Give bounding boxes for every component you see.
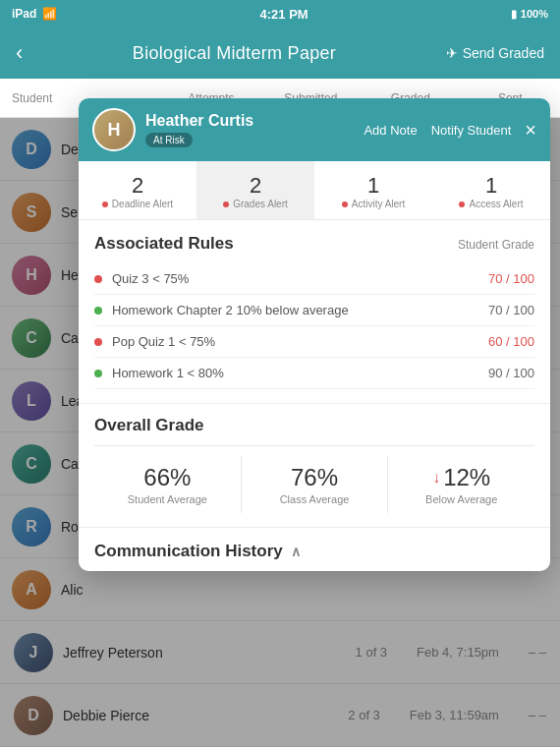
student-average-pct: 66% (94, 464, 241, 491)
grades-label: Grades Alert (202, 199, 308, 209)
rule-text: Homework Chapter 2 10% below average (112, 303, 488, 317)
activity-label: Activity Alert (320, 199, 426, 209)
modal-actions: Add Note Notify Student × (364, 120, 536, 140)
chevron-up-icon: ∧ (291, 544, 301, 559)
divider (94, 445, 534, 446)
dot-icon (223, 201, 229, 207)
class-average-label: Class Average (242, 493, 388, 505)
rule-row: Homework Chapter 2 10% below average 70 … (94, 295, 534, 326)
below-average-pct: ↓ 12% (388, 464, 534, 491)
associated-rules-section: Associated Rules Student Grade Quiz 3 < … (79, 220, 550, 403)
battery-icon: ▮ (511, 8, 517, 21)
close-button[interactable]: × (525, 120, 536, 140)
rule-text: Homework 1 < 80% (112, 366, 488, 380)
notify-student-button[interactable]: Notify Student (431, 123, 512, 138)
comm-history-title: Communication History ∧ (94, 542, 534, 561)
student-grade-label: Student Grade (458, 238, 534, 252)
top-nav: ‹ Biological Midterm Paper ✈ Send Graded (0, 28, 560, 79)
deadline-count: 2 (84, 173, 191, 199)
page-title: Biological Midterm Paper (133, 43, 336, 64)
rule-dot-icon (94, 275, 102, 283)
rule-dot-icon (94, 338, 102, 346)
modal-header: H Heather Curtis At Risk Add Note Notify… (79, 98, 550, 161)
dot-icon (102, 201, 108, 207)
carrier-label: iPad (12, 7, 36, 21)
status-right: ▮ 100% (511, 8, 548, 21)
rule-grade: 90 / 100 (488, 366, 534, 380)
status-left: iPad 📶 (12, 7, 57, 21)
grade-cards: 66% Student Average 76% Class Average ↓ … (94, 456, 534, 513)
rule-row: Quiz 3 < 75% 70 / 100 (94, 263, 534, 295)
wifi-icon: 📶 (42, 7, 57, 21)
student-average-card: 66% Student Average (94, 456, 241, 513)
activity-alert-tab[interactable]: 1 Activity Alert (314, 161, 432, 219)
send-graded-button[interactable]: ✈ Send Graded (446, 45, 544, 61)
activity-count: 1 (320, 173, 426, 199)
back-button[interactable]: ‹ (16, 40, 23, 66)
overall-grade-title: Overall Grade (94, 416, 534, 435)
dot-icon (342, 201, 348, 207)
status-time: 4:21 PM (260, 7, 308, 22)
rule-row: Homework 1 < 80% 90 / 100 (94, 358, 534, 389)
alert-tabs: 2 Deadline Alert 2 Grades Alert 1 Activi… (79, 161, 550, 220)
down-arrow-icon: ↓ (432, 469, 440, 487)
status-bar: iPad 📶 4:21 PM ▮ 100% (0, 0, 560, 28)
rule-text: Pop Quiz 1 < 75% (112, 334, 488, 349)
rule-dot-icon (94, 307, 102, 315)
modal-name-block: Heather Curtis At Risk (145, 112, 354, 147)
below-average-label: Below Average (388, 493, 534, 505)
rule-row: Pop Quiz 1 < 75% 60 / 100 (94, 326, 534, 358)
communication-history-section: Communication History ∧ (79, 527, 550, 571)
send-icon: ✈ (446, 45, 458, 61)
student-average-label: Student Average (94, 493, 241, 505)
battery-label: 100% (521, 8, 548, 20)
at-risk-badge: At Risk (145, 133, 193, 147)
rule-dot-icon (94, 370, 102, 377)
access-label: Access Alert (438, 199, 544, 209)
rule-grade: 70 / 100 (488, 303, 534, 317)
grades-count: 2 (202, 173, 308, 199)
grades-alert-tab[interactable]: 2 Grades Alert (196, 161, 314, 219)
overall-grade-section: Overall Grade 66% Student Average 76% Cl… (79, 403, 550, 527)
dot-icon (459, 201, 465, 207)
access-count: 1 (438, 173, 544, 199)
add-note-button[interactable]: Add Note (364, 123, 417, 138)
student-detail-modal: H Heather Curtis At Risk Add Note Notify… (79, 98, 550, 571)
class-average-pct: 76% (242, 464, 388, 491)
rule-grade: 70 / 100 (488, 271, 534, 286)
rule-text: Quiz 3 < 75% (112, 271, 488, 286)
modal-student-name: Heather Curtis (145, 112, 354, 130)
modal-avatar: H (92, 108, 136, 151)
associated-rules-title: Associated Rules (94, 234, 234, 254)
below-average-card: ↓ 12% Below Average (387, 456, 534, 513)
section-header: Associated Rules Student Grade (94, 234, 534, 254)
access-alert-tab[interactable]: 1 Access Alert (432, 161, 550, 219)
class-average-card: 76% Class Average (241, 456, 388, 513)
send-graded-label: Send Graded (463, 45, 544, 61)
deadline-label: Deadline Alert (84, 199, 191, 209)
rule-grade: 60 / 100 (488, 334, 534, 349)
deadline-alert-tab[interactable]: 2 Deadline Alert (79, 161, 196, 219)
